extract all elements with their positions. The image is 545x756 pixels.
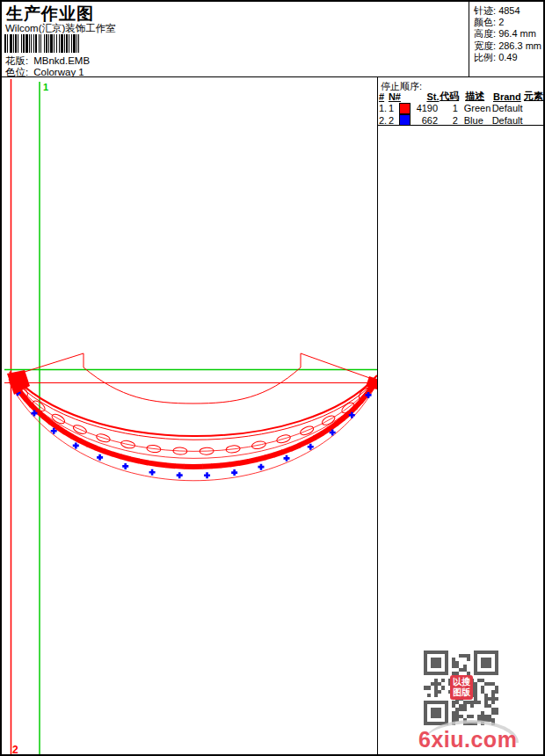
worksheet-header: 生产作业图 Wilcom(汇京)装饰工作室 花版:MBnkd.EMB 色位:Co… xyxy=(2,2,543,77)
colorway-label: 色位: xyxy=(5,67,28,77)
band-top-line xyxy=(10,372,377,436)
eyelet-chain xyxy=(15,383,372,454)
scale-stat: 比例: 0.49 xyxy=(474,52,543,63)
table-header-row: # N# St. 代码 描述 Brand 元素 xyxy=(379,91,543,102)
table-row: 1. 1 4190 1 Green Default xyxy=(379,103,543,114)
design-stats-panel: 针迹: 4854 颜色: 2 高度: 96.4 mm 宽度: 286.3 mm … xyxy=(469,2,543,76)
design-file-label: 花版: xyxy=(5,55,28,66)
end-point-marker: 2 xyxy=(12,744,18,756)
barcode-image xyxy=(4,34,108,53)
neckline-embroidery-design xyxy=(7,353,379,481)
stitches-stat: 针迹: 4854 xyxy=(474,5,543,17)
band-inner-line xyxy=(11,379,376,458)
colorway-value: Colorway 1 xyxy=(33,67,84,77)
company-name: Wilcom(汇京)装饰工作室 xyxy=(5,22,116,35)
width-stat: 宽度: 286.3 mm xyxy=(474,40,543,52)
watermark: 以搜 图版 6xiu.com xyxy=(378,640,544,754)
colorway-row: 色位:Colorway 1 xyxy=(5,66,90,79)
watermark-site-text: 6xiu.com xyxy=(418,727,517,752)
design-file-value: MBnkd.EMB xyxy=(33,55,90,66)
production-worksheet-page: 生产作业图 Wilcom(汇京)装饰工作室 花版:MBnkd.EMB 色位:Co… xyxy=(0,0,545,756)
height-stat: 高度: 96.4 mm xyxy=(474,28,543,40)
table-divider xyxy=(378,125,544,126)
color-sequence-table: # N# St. 代码 描述 Brand 元素 1. 1 4190 1 Gree… xyxy=(379,91,543,127)
color-swatch xyxy=(399,103,411,114)
stop-sequence-panel: 停止顺序: # N# St. 代码 描述 Brand 元素 1. 1 4190 … xyxy=(377,77,544,755)
watermark-stamp: 以搜 图版 xyxy=(450,675,473,700)
garment-neckline-path xyxy=(11,353,377,403)
start-point-marker: 1 xyxy=(43,82,48,92)
colors-stat: 颜色: 2 xyxy=(474,17,543,28)
